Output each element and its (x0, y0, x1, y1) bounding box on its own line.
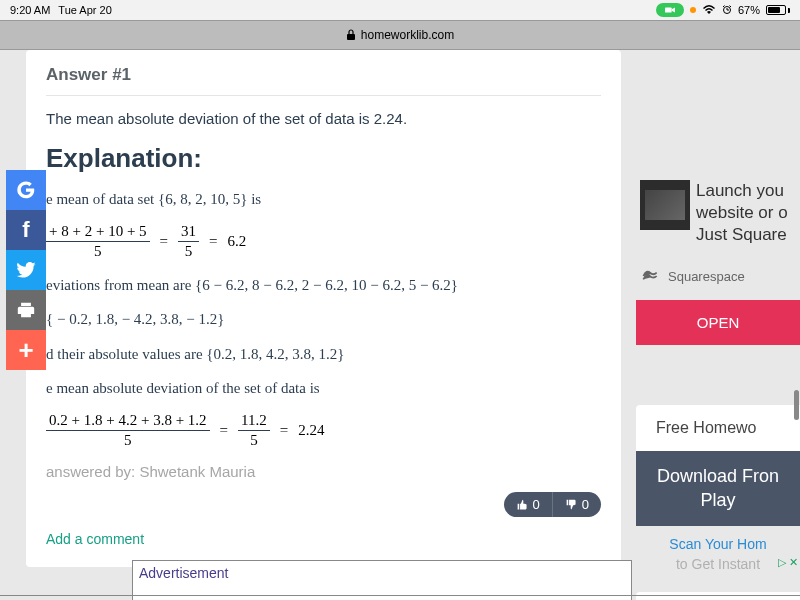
share-more-button[interactable]: + (6, 330, 46, 370)
download-button[interactable]: Download FronPlay (636, 451, 800, 526)
divider (0, 595, 800, 596)
battery-icon (766, 5, 790, 15)
url-text: homeworklib.com (361, 28, 454, 42)
deviations-line: eviations from mean are {6 − 6.2, 8 − 6.… (46, 274, 601, 297)
twitter-icon (16, 262, 36, 278)
status-time: 9:20 AM (10, 4, 50, 16)
advertiser-name: Squarespace (668, 269, 745, 284)
need-help-heading: Need Online Home (636, 592, 800, 600)
deviation-values: { − 0.2, 1.8, − 4.2, 3.8, − 1.2} (46, 308, 601, 331)
mean-formula: + 8 + 2 + 10 + 55 = 315 = 6.2 (46, 223, 601, 260)
advertisement-label: Advertisement (133, 561, 631, 585)
page-content: Answer #1 The mean absolute deviation of… (0, 50, 800, 600)
advertiser-row: Squarespace (636, 266, 800, 286)
svg-rect-2 (347, 34, 355, 40)
wifi-icon (702, 5, 716, 15)
adchoices-icon[interactable]: ▷ ✕ (778, 556, 798, 569)
google-icon (15, 179, 37, 201)
advertisement-box[interactable]: Advertisement (132, 560, 632, 600)
url-bar[interactable]: homeworklib.com (0, 20, 800, 50)
mean-intro: e mean of data set {6, 8, 2, 10, 5} is (46, 188, 601, 211)
add-comment-link[interactable]: Add a comment (46, 531, 601, 547)
printer-icon (16, 301, 36, 319)
upvote-button[interactable]: 0 (504, 492, 553, 517)
mad-intro: e mean absolute deviation of the set of … (46, 377, 601, 400)
alarm-icon (722, 5, 732, 15)
recording-indicator (656, 3, 684, 17)
lock-icon (346, 29, 356, 41)
attribution: answered by: Shwetank Mauria (46, 463, 601, 480)
absolute-values-line: d their absolute values are {0.2, 1.8, 4… (46, 343, 601, 366)
mad-formula: 0.2 + 1.8 + 4.2 + 3.8 + 1.25 = 11.25 = 2… (46, 412, 601, 449)
squarespace-ad[interactable]: Launch you website or o Just Square (636, 180, 800, 246)
scan-homework-link[interactable]: Scan Your Hom (636, 536, 800, 552)
answer-card: Answer #1 The mean absolute deviation of… (26, 50, 621, 567)
share-print-button[interactable] (6, 290, 46, 330)
vote-row: 0 0 (46, 492, 601, 517)
downvote-button[interactable]: 0 (553, 492, 601, 517)
instant-text: to Get Instant ▷ ✕ (636, 556, 800, 572)
free-homework-heading: Free Homewo (636, 405, 800, 451)
share-column: f + (6, 170, 46, 370)
explanation-heading: Explanation: (46, 143, 601, 174)
squarespace-icon (640, 266, 660, 286)
mic-indicator-icon (690, 7, 696, 13)
answer-header: Answer #1 (46, 65, 601, 96)
thumbs-down-icon (565, 498, 578, 511)
share-facebook-button[interactable]: f (6, 210, 46, 250)
right-sidebar: Launch you website or o Just Square Squa… (636, 50, 800, 600)
scrollbar-thumb[interactable] (794, 390, 799, 420)
svg-rect-0 (665, 8, 672, 13)
answer-summary: The mean absolute deviation of the set o… (46, 110, 601, 127)
share-twitter-button[interactable] (6, 250, 46, 290)
battery-percent: 67% (738, 4, 760, 16)
status-bar: 9:20 AM Tue Apr 20 67% (0, 0, 800, 20)
open-ad-button[interactable]: OPEN (636, 300, 800, 345)
thumbs-up-icon (516, 498, 529, 511)
status-date: Tue Apr 20 (58, 4, 111, 16)
share-google-button[interactable] (6, 170, 46, 210)
